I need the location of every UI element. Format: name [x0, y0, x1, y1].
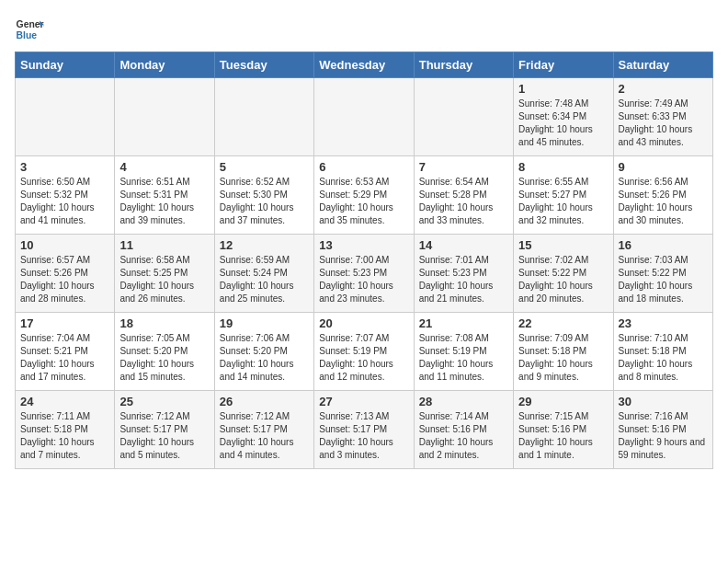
day-info: Sunrise: 7:12 AM Sunset: 5:17 PM Dayligh…	[119, 410, 209, 462]
calendar-cell: 14Sunrise: 7:01 AM Sunset: 5:23 PM Dayli…	[414, 235, 513, 313]
calendar-cell: 26Sunrise: 7:12 AM Sunset: 5:17 PM Dayli…	[214, 391, 313, 469]
calendar-week-row: 3Sunrise: 6:50 AM Sunset: 5:32 PM Daylig…	[16, 156, 713, 235]
day-number: 15	[518, 238, 608, 252]
day-number: 28	[419, 395, 508, 408]
day-info: Sunrise: 7:49 AM Sunset: 6:33 PM Dayligh…	[619, 98, 708, 149]
day-number: 30	[619, 395, 708, 408]
day-info: Sunrise: 7:02 AM Sunset: 5:22 PM Dayligh…	[518, 254, 608, 305]
svg-text:Blue: Blue	[17, 30, 38, 40]
day-info: Sunrise: 7:48 AM Sunset: 6:34 PM Dayligh…	[518, 98, 608, 149]
day-info: Sunrise: 7:07 AM Sunset: 5:19 PM Dayligh…	[319, 332, 408, 384]
day-info: Sunrise: 6:52 AM Sunset: 5:30 PM Dayligh…	[220, 176, 309, 227]
logo-icon: General Blue	[15, 15, 44, 44]
day-info: Sunrise: 7:14 AM Sunset: 5:16 PM Dayligh…	[419, 410, 508, 462]
day-number: 20	[319, 316, 408, 330]
calendar-table: SundayMondayTuesdayWednesdayThursdayFrid…	[15, 52, 713, 469]
calendar-header-row: SundayMondayTuesdayWednesdayThursdayFrid…	[16, 52, 713, 78]
day-info: Sunrise: 7:04 AM Sunset: 5:21 PM Dayligh…	[20, 332, 109, 384]
day-number: 18	[119, 316, 209, 330]
calendar-cell: 19Sunrise: 7:06 AM Sunset: 5:20 PM Dayli…	[214, 313, 313, 391]
day-info: Sunrise: 7:16 AM Sunset: 5:16 PM Dayligh…	[619, 410, 708, 462]
calendar-cell	[414, 78, 513, 156]
day-number: 25	[119, 395, 209, 408]
logo: General Blue	[15, 15, 44, 44]
calendar-cell: 18Sunrise: 7:05 AM Sunset: 5:20 PM Dayli…	[115, 313, 214, 391]
day-number: 29	[518, 395, 608, 408]
day-info: Sunrise: 7:05 AM Sunset: 5:20 PM Dayligh…	[119, 332, 209, 384]
calendar-cell: 13Sunrise: 7:00 AM Sunset: 5:23 PM Dayli…	[314, 235, 414, 313]
day-info: Sunrise: 6:50 AM Sunset: 5:32 PM Dayligh…	[20, 176, 109, 227]
day-number: 13	[319, 238, 408, 252]
calendar-cell	[16, 78, 115, 156]
day-number: 14	[419, 238, 508, 252]
calendar-cell: 11Sunrise: 6:58 AM Sunset: 5:25 PM Dayli…	[115, 235, 214, 313]
day-number: 7	[419, 160, 508, 174]
day-info: Sunrise: 7:10 AM Sunset: 5:18 PM Dayligh…	[619, 332, 708, 384]
day-info: Sunrise: 6:57 AM Sunset: 5:26 PM Dayligh…	[20, 254, 109, 305]
calendar-week-row: 24Sunrise: 7:11 AM Sunset: 5:18 PM Dayli…	[16, 391, 713, 469]
day-info: Sunrise: 6:51 AM Sunset: 5:31 PM Dayligh…	[119, 176, 209, 227]
calendar-week-row: 17Sunrise: 7:04 AM Sunset: 5:21 PM Dayli…	[16, 313, 713, 391]
day-number: 27	[319, 395, 408, 408]
calendar-cell	[314, 78, 414, 156]
calendar-cell: 10Sunrise: 6:57 AM Sunset: 5:26 PM Dayli…	[16, 235, 115, 313]
calendar-cell: 6Sunrise: 6:53 AM Sunset: 5:29 PM Daylig…	[314, 156, 414, 235]
day-info: Sunrise: 6:58 AM Sunset: 5:25 PM Dayligh…	[119, 254, 209, 305]
day-number: 5	[220, 160, 309, 174]
day-info: Sunrise: 6:56 AM Sunset: 5:26 PM Dayligh…	[619, 176, 708, 227]
day-info: Sunrise: 7:13 AM Sunset: 5:17 PM Dayligh…	[319, 410, 408, 462]
weekday-header-thursday: Thursday	[414, 52, 513, 78]
day-info: Sunrise: 6:54 AM Sunset: 5:28 PM Dayligh…	[419, 176, 508, 227]
day-info: Sunrise: 7:08 AM Sunset: 5:19 PM Dayligh…	[419, 332, 508, 384]
day-number: 4	[119, 160, 209, 174]
day-number: 11	[119, 238, 209, 252]
calendar-cell: 23Sunrise: 7:10 AM Sunset: 5:18 PM Dayli…	[613, 313, 712, 391]
calendar-cell: 4Sunrise: 6:51 AM Sunset: 5:31 PM Daylig…	[115, 156, 214, 235]
calendar-cell: 30Sunrise: 7:16 AM Sunset: 5:16 PM Dayli…	[613, 391, 712, 469]
calendar-cell: 27Sunrise: 7:13 AM Sunset: 5:17 PM Dayli…	[314, 391, 414, 469]
day-number: 16	[619, 238, 708, 252]
day-info: Sunrise: 7:12 AM Sunset: 5:17 PM Dayligh…	[220, 410, 309, 462]
calendar-cell: 3Sunrise: 6:50 AM Sunset: 5:32 PM Daylig…	[16, 156, 115, 235]
day-info: Sunrise: 7:11 AM Sunset: 5:18 PM Dayligh…	[20, 410, 109, 462]
day-info: Sunrise: 7:00 AM Sunset: 5:23 PM Dayligh…	[319, 254, 408, 305]
day-info: Sunrise: 6:59 AM Sunset: 5:24 PM Dayligh…	[220, 254, 309, 305]
day-number: 2	[619, 82, 708, 96]
day-number: 23	[619, 316, 708, 330]
calendar-cell: 25Sunrise: 7:12 AM Sunset: 5:17 PM Dayli…	[115, 391, 214, 469]
day-number: 3	[20, 160, 109, 174]
day-info: Sunrise: 7:15 AM Sunset: 5:16 PM Dayligh…	[518, 410, 608, 462]
calendar-cell: 21Sunrise: 7:08 AM Sunset: 5:19 PM Dayli…	[414, 313, 513, 391]
day-number: 6	[319, 160, 408, 174]
calendar-cell: 1Sunrise: 7:48 AM Sunset: 6:34 PM Daylig…	[514, 78, 613, 156]
day-info: Sunrise: 7:03 AM Sunset: 5:22 PM Dayligh…	[619, 254, 708, 305]
calendar-cell: 12Sunrise: 6:59 AM Sunset: 5:24 PM Dayli…	[214, 235, 313, 313]
weekday-header-tuesday: Tuesday	[214, 52, 313, 78]
calendar-cell: 7Sunrise: 6:54 AM Sunset: 5:28 PM Daylig…	[414, 156, 513, 235]
calendar-cell: 20Sunrise: 7:07 AM Sunset: 5:19 PM Dayli…	[314, 313, 414, 391]
calendar-cell: 8Sunrise: 6:55 AM Sunset: 5:27 PM Daylig…	[514, 156, 613, 235]
day-number: 21	[419, 316, 508, 330]
day-number: 17	[20, 316, 109, 330]
weekday-header-friday: Friday	[514, 52, 613, 78]
day-info: Sunrise: 6:53 AM Sunset: 5:29 PM Dayligh…	[319, 176, 408, 227]
day-number: 26	[220, 395, 309, 408]
day-info: Sunrise: 7:01 AM Sunset: 5:23 PM Dayligh…	[419, 254, 508, 305]
day-info: Sunrise: 7:09 AM Sunset: 5:18 PM Dayligh…	[518, 332, 608, 384]
calendar-cell: 17Sunrise: 7:04 AM Sunset: 5:21 PM Dayli…	[16, 313, 115, 391]
calendar-cell: 2Sunrise: 7:49 AM Sunset: 6:33 PM Daylig…	[613, 78, 712, 156]
weekday-header-wednesday: Wednesday	[314, 52, 414, 78]
day-number: 9	[619, 160, 708, 174]
day-number: 8	[518, 160, 608, 174]
day-info: Sunrise: 7:06 AM Sunset: 5:20 PM Dayligh…	[220, 332, 309, 384]
calendar-cell	[115, 78, 214, 156]
calendar-week-row: 10Sunrise: 6:57 AM Sunset: 5:26 PM Dayli…	[16, 235, 713, 313]
calendar-cell: 15Sunrise: 7:02 AM Sunset: 5:22 PM Dayli…	[514, 235, 613, 313]
day-number: 10	[20, 238, 109, 252]
day-number: 22	[518, 316, 608, 330]
calendar-cell: 22Sunrise: 7:09 AM Sunset: 5:18 PM Dayli…	[514, 313, 613, 391]
day-number: 12	[220, 238, 309, 252]
header: General Blue	[15, 15, 713, 44]
day-number: 24	[20, 395, 109, 408]
calendar-cell: 5Sunrise: 6:52 AM Sunset: 5:30 PM Daylig…	[214, 156, 313, 235]
